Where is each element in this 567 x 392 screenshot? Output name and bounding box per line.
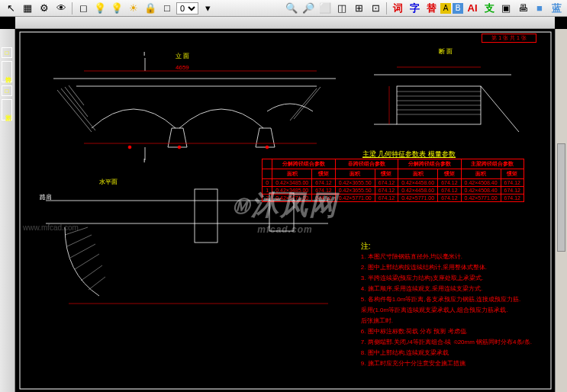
note-item: 3. 半跨连续梁(预应力结构)支座处取上承梁式. <box>361 273 532 284</box>
palette-item-3[interactable]: 监测 <box>2 99 12 120</box>
svg-line-24 <box>481 86 519 132</box>
svg-point-13 <box>128 146 131 149</box>
text-zi-button[interactable]: 字 <box>407 2 422 15</box>
notes-title: 注: <box>361 241 532 252</box>
plan-title: 水平面 <box>99 178 118 186</box>
table-row: 10.42×3485.00674.120.42×3655.50674.120.4… <box>263 187 524 194</box>
color-b-button[interactable]: B <box>453 3 463 14</box>
chevron-down-icon[interactable]: ▾ <box>200 2 215 15</box>
note-item: 6. 图中标注标数:荷载 分布 预测 考虑值. <box>361 326 532 337</box>
note-item: 8. 图中上部结构,连续观支梁承载 <box>361 348 532 358</box>
ai-button[interactable]: AI <box>465 2 480 15</box>
table-row: 20.42×5771.00674.120.42×5771.00674.120.4… <box>263 194 524 202</box>
zoom2-icon[interactable]: 🔎 <box>301 2 316 15</box>
zoom6-icon[interactable]: ⊡ <box>368 2 383 15</box>
print-icon[interactable]: 🖶 <box>515 2 530 15</box>
zoom1-icon[interactable]: 🔍 <box>284 2 299 15</box>
svg-line-6 <box>69 85 84 105</box>
blank-icon[interactable]: ◻ <box>76 2 91 15</box>
svg-point-15 <box>266 146 269 149</box>
gear-icon[interactable]: ⚙ <box>37 2 52 15</box>
note-item: 5. 各构件每1.0m等距离,各支承预应力钢筋,连接成预应力筋. <box>361 294 532 305</box>
layers-icon[interactable]: ▦ <box>20 2 35 15</box>
svg-line-33 <box>67 235 92 246</box>
cad-viewport: □ 装饰 □ 监测 第 1 张 共 1 张 <box>0 17 567 392</box>
ruler-horizontal[interactable] <box>15 17 555 29</box>
sel-icon[interactable]: ▣ <box>498 2 514 15</box>
axis-label: 路肩 <box>40 193 52 201</box>
note-item: 4. 施工顺序,采用连续观支,采用连续支梁方式. <box>361 284 532 294</box>
section-mark-bottom: I <box>143 157 145 164</box>
note-item: 后张施工时. <box>361 316 532 326</box>
svg-line-4 <box>61 88 95 130</box>
palette-item-2[interactable]: □ <box>2 85 12 96</box>
svg-line-8 <box>294 87 321 119</box>
drawing-content: 第 1 张 共 1 张 <box>15 29 555 392</box>
svg-line-36 <box>81 265 102 281</box>
note-item: 2. 图中上部结构按连续结构计,采用整体式整体. <box>361 262 532 273</box>
svg-line-3 <box>57 90 92 132</box>
bulb-off-icon[interactable]: 💡 <box>109 2 124 15</box>
svg-point-14 <box>178 146 181 149</box>
separator <box>72 2 72 14</box>
span-dim: 4659 <box>176 64 189 71</box>
lock-icon[interactable]: 🔒 <box>143 2 158 15</box>
table-row: 00.42×3485.00674.120.42×3655.50674.120.4… <box>263 179 524 187</box>
watermark-url: www.mfcad.com <box>23 223 79 232</box>
zoom4-icon[interactable]: ◫ <box>334 2 350 15</box>
scrollbar-vertical[interactable] <box>555 29 567 392</box>
elevation-title: 立 面 <box>176 52 189 60</box>
svg-line-37 <box>89 277 105 290</box>
ruler-vertical[interactable]: □ 装饰 □ 监测 <box>0 29 15 392</box>
arrow-icon[interactable]: ↖ <box>3 2 18 15</box>
text-zi2-button[interactable]: 支 <box>482 2 497 15</box>
note-item: 1. 本图尺寸除钢筋直径外,均以毫米计. <box>361 252 532 262</box>
eye-icon[interactable]: 👁 <box>53 2 69 15</box>
note-item: 采用(1.0m等距离连续观支梁承载人,组合预应力筋承载. <box>361 305 532 316</box>
square-icon[interactable]: □ <box>159 2 175 15</box>
sun-icon[interactable]: ☀ <box>126 2 141 15</box>
note-item: 9. 施工时应充分十分注意安全施工措施 <box>361 358 532 369</box>
svg-line-5 <box>65 87 88 117</box>
color-a-button[interactable]: A <box>440 3 451 14</box>
note-item: 7. 两侧端部.关闭,/4等距离组合-续 ⊙20mm 钢筋同时分布4条/条. <box>361 337 532 348</box>
lan-button[interactable]: 蓝 <box>549 2 564 15</box>
cad-canvas[interactable]: 第 1 张 共 1 张 <box>15 29 555 392</box>
separator <box>386 2 387 14</box>
table-header-row: 分解跨径组合参数非跨径组合参数分解跨径组合参数主梁跨径组合参数 <box>263 159 524 169</box>
text-ci-button[interactable]: 词 <box>390 2 405 15</box>
value-select[interactable]: 0 <box>176 2 198 14</box>
notes-block: 注: 1. 本图尺寸除钢筋直径外,均以毫米计. 2. 图中上部结构按连续结构计,… <box>361 241 532 369</box>
zoom5-icon[interactable]: ⊞ <box>351 2 366 15</box>
section-mark-top: I <box>143 50 145 57</box>
zoom3-icon[interactable]: ⬜ <box>317 2 333 15</box>
svg-line-34 <box>70 244 95 258</box>
main-toolbar: ↖ ▦ ⚙ 👁 ◻ 💡 💡 ☀ 🔒 □ 0 ▾ 🔍 🔎 ⬜ ◫ ⊞ ⊡ 词 字 … <box>0 0 567 17</box>
palette-item-0[interactable]: □ <box>2 47 12 58</box>
palette-item-1[interactable]: 装饰 <box>2 61 12 82</box>
parameter-table: 分解跨径组合参数非跨径组合参数分解跨径组合参数主梁跨径组合参数 面积惯矩面积惯矩… <box>262 159 524 202</box>
svg-rect-30 <box>195 189 217 243</box>
square-blue-icon[interactable]: ■ <box>532 2 547 15</box>
text-ti-button[interactable]: 替 <box>424 2 439 15</box>
side-palette: □ 装饰 □ 监测 <box>2 47 14 120</box>
bulb-yellow-icon[interactable]: 💡 <box>92 2 108 15</box>
section-title: 断 面 <box>439 47 453 56</box>
table-subheader-row: 面积惯矩面积惯矩面积惯矩面积惯矩 <box>263 169 524 179</box>
svg-line-35 <box>75 254 99 269</box>
svg-line-7 <box>290 88 317 120</box>
